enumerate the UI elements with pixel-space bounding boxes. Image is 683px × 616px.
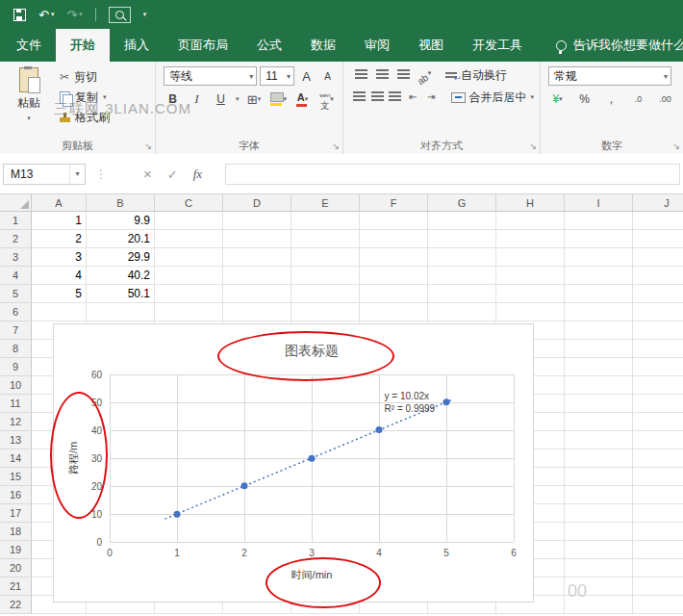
cell-A1[interactable]: 1 [32, 212, 87, 230]
cut-button[interactable]: 剪切 [60, 67, 110, 87]
tab-data[interactable]: 数据 [296, 29, 350, 62]
decrease-font-button[interactable] [318, 67, 337, 85]
font-color-button[interactable] [293, 90, 312, 108]
tell-me-box[interactable]: 告诉我你想要做什么 [556, 29, 683, 62]
column-header-C[interactable]: C [155, 194, 223, 212]
row-header-17[interactable]: 17 [0, 504, 32, 523]
cell-I11[interactable] [565, 395, 633, 413]
wrap-text-button[interactable]: 自动换行 [445, 67, 507, 84]
cell-J6[interactable] [633, 303, 683, 321]
decrease-decimal-button[interactable]: .00 [656, 90, 674, 108]
customize-toolbar-button[interactable] [143, 11, 147, 18]
row-header-12[interactable]: 12 [0, 413, 32, 431]
select-all-button[interactable] [0, 194, 32, 212]
cell-J10[interactable] [633, 376, 683, 395]
chart-object[interactable]: 01234560102030405060图表标题时间/min路程/my = 10… [53, 323, 534, 603]
cell-I17[interactable] [565, 504, 633, 523]
column-header-G[interactable]: G [428, 194, 496, 212]
row-header-16[interactable]: 16 [0, 486, 32, 504]
cell-I15[interactable] [565, 468, 633, 486]
format-painter-button[interactable]: 格式刷 [60, 108, 110, 127]
cell-J5[interactable] [633, 285, 683, 303]
cell-F4[interactable] [360, 267, 428, 285]
paste-button[interactable]: 粘贴 [6, 67, 52, 127]
trendline[interactable] [164, 399, 451, 519]
number-dialog-launcher[interactable] [672, 142, 680, 151]
cell-G2[interactable] [428, 230, 496, 248]
column-header-H[interactable]: H [496, 194, 565, 212]
cell-H3[interactable] [496, 248, 565, 267]
increase-font-button[interactable] [297, 67, 316, 85]
data-point-4[interactable] [376, 426, 383, 433]
row-header-10[interactable]: 10 [0, 376, 32, 395]
cell-C6[interactable] [155, 303, 223, 321]
decrease-indent-button[interactable]: ⇤ [405, 89, 421, 106]
cell-F2[interactable] [360, 230, 428, 248]
cell-J1[interactable] [633, 212, 683, 230]
cell-D1[interactable] [223, 212, 291, 230]
cell-F1[interactable] [360, 212, 428, 230]
number-format-combo[interactable]: 常规 [548, 66, 671, 86]
cell-J7[interactable] [633, 321, 683, 340]
cell-H1[interactable] [496, 212, 565, 230]
data-point-2[interactable] [241, 482, 248, 489]
chart-x-axis-label[interactable]: 时间/min [291, 569, 333, 580]
column-header-E[interactable]: E [291, 194, 360, 212]
clipboard-dialog-launcher[interactable] [144, 142, 152, 151]
cell-E6[interactable] [291, 303, 360, 321]
tab-page-layout[interactable]: 页面布局 [164, 29, 242, 62]
cell-J20[interactable] [633, 559, 683, 578]
chart-title[interactable]: 图表标题 [285, 343, 339, 358]
cell-J2[interactable] [633, 230, 683, 248]
cell-B3[interactable]: 29.9 [87, 248, 155, 267]
column-header-F[interactable]: F [360, 194, 428, 212]
font-name-combo[interactable]: 等线 [164, 66, 257, 86]
cell-I16[interactable] [565, 486, 633, 504]
cancel-button[interactable] [143, 166, 152, 182]
cell-I12[interactable] [565, 413, 633, 431]
cell-I1[interactable] [565, 212, 633, 230]
cell-J12[interactable] [633, 413, 683, 431]
cell-D4[interactable] [223, 267, 291, 285]
cell-I18[interactable] [565, 523, 633, 541]
cell-I21[interactable] [565, 578, 633, 596]
cell-G3[interactable] [428, 248, 496, 267]
row-header-5[interactable]: 5 [0, 285, 32, 303]
row-header-2[interactable]: 2 [0, 230, 32, 248]
align-top-button[interactable] [351, 66, 370, 84]
fill-color-button[interactable] [269, 90, 289, 108]
cell-I9[interactable] [565, 358, 633, 376]
cell-I4[interactable] [565, 267, 633, 285]
cell-E4[interactable] [291, 267, 360, 285]
font-dialog-launcher[interactable] [332, 142, 340, 151]
tab-developer[interactable]: 开发工具 [458, 29, 537, 62]
cell-A4[interactable]: 4 [32, 267, 87, 285]
row-header-15[interactable]: 15 [0, 468, 32, 486]
cell-F5[interactable] [360, 285, 428, 303]
tab-insert[interactable]: 插入 [110, 29, 164, 62]
tab-home[interactable]: 开始 [56, 29, 110, 62]
cell-J11[interactable] [633, 395, 683, 413]
cell-J15[interactable] [633, 468, 683, 486]
cell-I7[interactable] [565, 321, 633, 340]
cell-E3[interactable] [291, 248, 360, 267]
cell-I2[interactable] [565, 230, 633, 248]
cell-I19[interactable] [565, 541, 633, 559]
cell-B2[interactable]: 20.1 [87, 230, 155, 248]
cell-J22[interactable] [633, 596, 683, 614]
accounting-format-button[interactable] [548, 90, 567, 108]
cell-J16[interactable] [633, 486, 683, 504]
data-point-1[interactable] [174, 511, 181, 518]
align-left-button[interactable] [351, 89, 367, 106]
cell-E2[interactable] [291, 230, 360, 248]
borders-button[interactable] [245, 90, 264, 108]
cell-H6[interactable] [496, 303, 565, 321]
cell-F3[interactable] [360, 248, 428, 267]
cell-I3[interactable] [565, 248, 633, 267]
cell-J18[interactable] [633, 523, 683, 541]
comma-style-button[interactable]: , [602, 90, 620, 108]
cell-I14[interactable] [565, 449, 633, 468]
orientation-button[interactable] [415, 66, 434, 84]
row-header-11[interactable]: 11 [0, 395, 32, 413]
data-point-5[interactable] [443, 398, 450, 405]
